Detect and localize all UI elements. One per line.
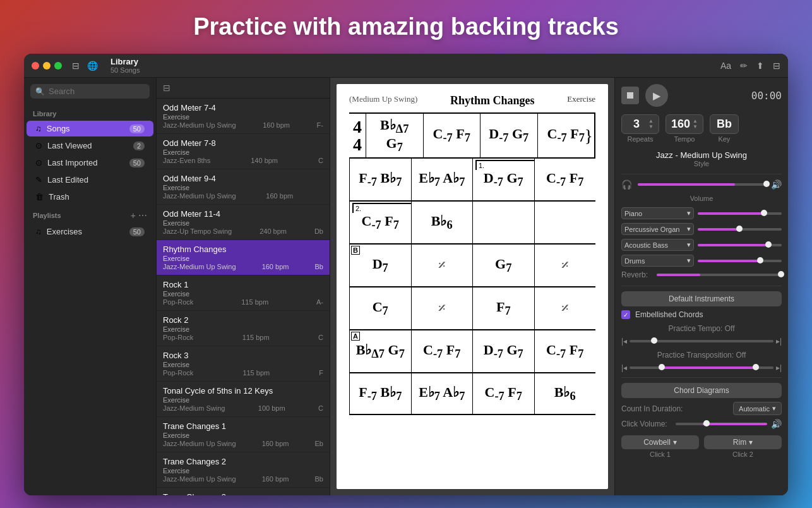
chord-diagrams-button[interactable]: Chord Diagrams	[621, 383, 782, 398]
song-item[interactable]: Rhythm Changes Exercise Jazz-Medium Up S…	[157, 240, 330, 275]
sidebar-item-last-viewed[interactable]: ⊙ Last Viewed 2	[27, 138, 153, 154]
playlists-options-button[interactable]: ⋯	[138, 210, 147, 221]
song-item[interactable]: Rock 1 Exercise Pop-Rock 115 bpm A-	[157, 275, 330, 311]
volume-slider[interactable]	[638, 183, 767, 186]
panel-icon[interactable]: ⊟	[773, 61, 780, 71]
mixer-slider[interactable]	[698, 260, 782, 262]
mixer-track-chevron: ▾	[687, 241, 691, 249]
tempo-arrows[interactable]: ▲ ▼	[693, 119, 698, 130]
mixer-track-dropdown[interactable]: Acoustic Bass ▾	[621, 239, 694, 251]
share-icon[interactable]: ⬆	[756, 61, 764, 71]
sidebar-item-songs[interactable]: ♫ Songs 50	[27, 121, 153, 136]
embellished-chords-checkbox[interactable]: ✓	[621, 310, 630, 319]
score-title: Rhythm Changes	[417, 94, 567, 107]
mixer-thumb	[765, 241, 772, 248]
song-item[interactable]: Odd Meter 7-4 Exercise Jazz-Medium Up Sw…	[157, 99, 330, 134]
transpose-track[interactable]	[630, 366, 773, 369]
mixer-slider[interactable]	[698, 244, 782, 246]
song-item[interactable]: Rock 3 Exercise Pop-Rock 115 bpm F	[157, 346, 330, 382]
song-bpm: 160 bpm	[266, 192, 293, 200]
measure-6-4: C-7 F7	[534, 330, 596, 372]
click2-button[interactable]: Rim ▾	[704, 435, 782, 449]
song-item[interactable]: Odd Meter 11-4 Exercise Jazz-Up Tempo Sw…	[157, 205, 330, 240]
chord-bb6-r2: B♭6	[554, 385, 576, 403]
repeats-down-arrow[interactable]: ▼	[648, 124, 654, 130]
sidebar-item-last-imported[interactable]: ⊙ Last Imported 50	[27, 155, 153, 171]
chord-f-min7-bb7-r2: F-7 B♭7	[359, 385, 402, 403]
right-panel: ▶ 00:00 3 ▲ ▼ Repeats	[614, 78, 788, 495]
mixer-track-name: Drums	[624, 257, 645, 265]
repeats-arrows[interactable]: ▲ ▼	[648, 119, 654, 130]
globe-icon[interactable]: 🌐	[87, 61, 98, 71]
click1-button[interactable]: Cowbell ▾	[621, 435, 699, 449]
default-instruments-button[interactable]: Default Instruments	[621, 291, 782, 306]
search-input[interactable]	[49, 87, 145, 96]
minimize-button[interactable]	[43, 62, 51, 70]
column-adjust-icon[interactable]: ⊟	[163, 83, 170, 93]
song-name: Trane Changes 1	[163, 421, 323, 431]
tempo-label: Tempo	[674, 135, 695, 143]
count-in-dropdown[interactable]: Automatic ▾	[733, 402, 782, 415]
mixer-track-row: Percussive Organ ▾	[621, 223, 782, 235]
song-item[interactable]: Tonal Cycle of 5ths in 12 Keys Exercise …	[157, 382, 330, 417]
volume-fill	[638, 183, 735, 186]
tempo-down-arrow[interactable]: ▼	[693, 124, 698, 130]
song-meta: Pop-Rock 115 bpm A-	[163, 298, 323, 306]
mixer-slider[interactable]	[698, 228, 782, 231]
song-style: Jazz-Even 8ths	[163, 157, 210, 164]
mixer-track-dropdown[interactable]: Piano ▾	[621, 207, 694, 219]
volume-thumb	[763, 181, 770, 187]
mixer-track-dropdown[interactable]: Percussive Organ ▾	[621, 223, 694, 235]
search-box[interactable]: 🔍	[30, 84, 150, 99]
song-style: Jazz-Medium Swing	[163, 404, 225, 412]
song-item[interactable]: Trane Changes 3 Exercise Jazz-Medium Up …	[157, 488, 330, 495]
sidebar-item-last-edited[interactable]: ✎ Last Edited	[27, 172, 153, 188]
sidebar-toggle-icon[interactable]: ⊟	[72, 61, 80, 71]
song-item[interactable]: Odd Meter 9-4 Exercise Jazz-Medium Up Sw…	[157, 169, 330, 205]
playlists-add-button[interactable]: +	[131, 210, 136, 221]
song-key: Bb	[315, 263, 323, 270]
font-icon[interactable]: Aa	[720, 61, 731, 71]
last-imported-label: Last Imported	[47, 158, 124, 167]
play-button[interactable]: ▶	[645, 84, 668, 107]
stop-button[interactable]	[621, 87, 639, 104]
a-section-label: A	[351, 332, 360, 341]
songs-label: Songs	[47, 124, 124, 133]
practice-tempo-track[interactable]	[630, 340, 773, 342]
sidebar-item-exercises[interactable]: ♫ Exercises 50	[27, 224, 153, 239]
tempo-group: 160 ▲ ▼ Tempo	[666, 114, 703, 143]
song-bpm: 100 bpm	[258, 404, 285, 412]
close-button[interactable]	[32, 62, 39, 70]
reverb-slider[interactable]	[657, 274, 782, 276]
tempo-up-arrow[interactable]: ▲	[693, 119, 698, 124]
click-volume-slider[interactable]	[676, 423, 767, 425]
time-signature: 4 4	[349, 114, 366, 157]
maximize-button[interactable]	[54, 62, 62, 70]
mixer-track-dropdown[interactable]: Drums ▾	[621, 255, 694, 267]
song-name: Odd Meter 11-4	[163, 209, 323, 219]
score-row-7: F-7 B♭7 E♭7 A♭7 C-7 F7 B♭6	[349, 372, 595, 415]
last-imported-badge: 50	[129, 159, 145, 167]
song-style: Jazz-Medium Up Swing	[163, 440, 236, 447]
pencil-icon[interactable]: ✏	[740, 61, 748, 71]
sidebar-item-trash[interactable]: 🗑 Trash	[27, 189, 153, 205]
measure-1-1: B♭Δ7 G7	[366, 114, 423, 157]
practice-tempo-slider[interactable]: |◂ ▸|	[621, 337, 782, 346]
exercises-icon: ♫	[35, 227, 42, 236]
repeats-up-arrow[interactable]: ▲	[648, 119, 654, 124]
trash-icon: 🗑	[35, 192, 44, 202]
song-item[interactable]: Trane Changes 2 Exercise Jazz-Medium Up …	[157, 452, 330, 488]
b-section-label: B	[351, 246, 360, 255]
song-item[interactable]: Odd Meter 7-8 Exercise Jazz-Even 8ths 14…	[157, 134, 330, 169]
song-meta: Jazz-Medium Up Swing 160 bpm	[163, 192, 323, 200]
app-window: ⊟ 🌐 Library 50 Songs Aa ✏ ⬆ ⊟ 🔍 Library …	[24, 54, 788, 495]
song-item[interactable]: Rock 2 Exercise Pop-Rock 115 bpm C	[157, 311, 330, 346]
mixer-slider[interactable]	[698, 212, 782, 215]
song-tag: Exercise	[163, 432, 323, 439]
traffic-lights	[32, 62, 62, 70]
tempo-spinner[interactable]: 160 ▲ ▼	[666, 114, 703, 134]
song-list[interactable]: ⊟ Odd Meter 7-4 Exercise Jazz-Medium Up …	[157, 78, 330, 495]
trash-label: Trash	[49, 192, 145, 202]
song-item[interactable]: Trane Changes 1 Exercise Jazz-Medium Up …	[157, 417, 330, 452]
repeats-spinner[interactable]: 3 ▲ ▼	[621, 114, 659, 134]
